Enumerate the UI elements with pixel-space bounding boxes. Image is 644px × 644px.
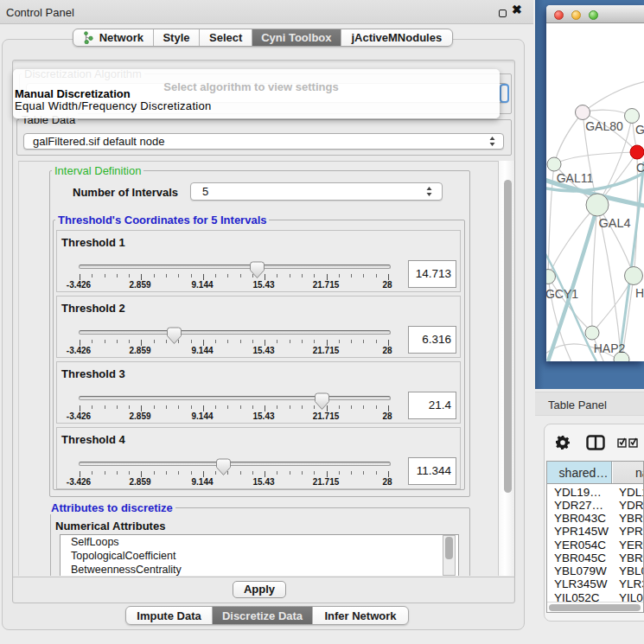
svg-text:GAL4: GAL4 [598, 216, 630, 230]
svg-text:C: C [636, 161, 644, 175]
svg-text:GAL11: GAL11 [557, 171, 594, 185]
svg-text:HAP2: HAP2 [594, 341, 626, 355]
svg-text:GA: GA [635, 123, 644, 137]
svg-text:H: H [635, 286, 644, 300]
svg-text:GAL80: GAL80 [585, 119, 623, 133]
svg-text:GCY1: GCY1 [546, 287, 578, 301]
